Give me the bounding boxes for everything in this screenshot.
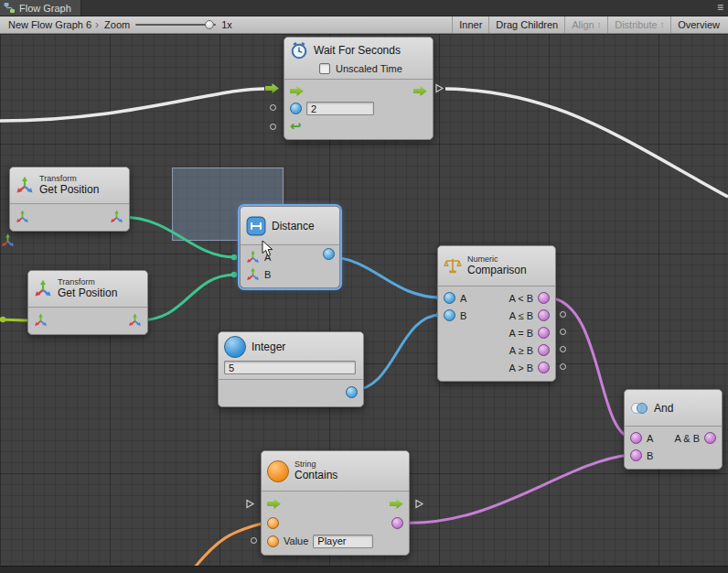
offscreen-transform-port[interactable] [1,233,15,247]
node-string-contains[interactable]: String Contains Value [261,450,410,556]
position-output-port[interactable] [128,313,142,327]
string-target-port[interactable] [267,517,279,529]
unscaled-time-checkbox[interactable] [319,63,330,74]
tab-flow-graph[interactable]: Flow Graph [0,0,81,16]
flow-graph-icon [4,2,16,14]
transform-input-port[interactable] [16,210,29,223]
overview-button[interactable]: Overview [670,16,726,33]
toolbar-right-buttons: Inner Drag Children Align ↕ Distribute ↕… [452,16,726,33]
seconds-input[interactable] [306,102,374,115]
flow-in-port[interactable] [290,86,304,96]
a-lt-b-port[interactable] [538,292,550,304]
wire-dot [0,317,5,322]
node-distance[interactable]: Distance A B [240,206,340,288]
unscaled-time-label: Unscaled Time [336,63,402,74]
node-get-position-2[interactable]: Transform Get Position [27,270,148,335]
align-label: Align [572,19,594,30]
flow-out-port[interactable] [390,499,403,509]
vector-wire-2 [139,275,236,320]
distribute-dropdown-icon: ↕ [660,20,665,29]
contains-result-port[interactable] [391,517,403,529]
node-title: Get Position [39,184,99,196]
node-title: Integer [252,341,285,353]
output-label: A > B [509,362,533,373]
align-button[interactable]: Align ↕ [564,16,607,33]
wire-dot [231,254,237,260]
a-gt-b-port[interactable] [538,362,550,373]
seconds-port[interactable] [290,103,302,114]
number-wire-integer [353,315,441,390]
drag-children-button[interactable]: Drag Children [488,16,564,33]
output-label: A ≤ B [509,310,533,321]
wire-dot [231,272,237,277]
value-port[interactable] [267,535,279,547]
graph-canvas[interactable]: Wait For Seconds Unscaled Time ↩ [0,34,728,566]
loop-back-icon[interactable]: ↩ [290,120,302,132]
align-dropdown-icon: ↕ [597,20,602,29]
ext-flow-out-triangle [414,499,424,509]
distribute-button[interactable]: Distribute ↕ [607,16,670,33]
number-wire-distance [329,257,441,297]
vector-a-port[interactable] [246,250,260,264]
integer-output-port[interactable] [346,386,358,398]
node-integer[interactable]: Integer [218,331,364,407]
ext-unconnected-port [560,363,566,370]
zoom-slider-thumb[interactable] [205,20,214,29]
zoom-value: 1x [218,19,236,30]
zoom-label: Zoom [101,19,134,30]
clock-icon [290,41,308,59]
and-output-port[interactable] [704,432,716,444]
a-gte-b-port[interactable] [538,344,550,356]
graph-toolbar: New Flow Graph 6 › Zoom 1x Inner Drag Ch… [0,16,728,34]
node-title: And [654,402,673,415]
mouse-cursor [262,240,274,257]
flow-out-port[interactable] [413,86,427,96]
vector-b-port[interactable] [246,267,260,281]
flow-in-port[interactable] [267,499,281,509]
ext-unconnected-port [270,124,276,130]
titlebar: Flow Graph ≡ [0,0,728,16]
input-a-label: A [647,433,653,444]
a-lte-b-port[interactable] [538,309,550,321]
node-and[interactable]: And A A & B B [624,389,723,470]
node-get-position-1[interactable]: Transform Get Position [9,167,130,232]
node-title: Comparison [467,265,527,276]
distribute-label: Distribute [615,19,657,30]
ext-unconnected-port [251,537,257,544]
value-input[interactable] [313,535,373,548]
node-title: Contains [294,470,337,481]
position-output-port[interactable] [110,210,123,223]
input-a-label: A [460,293,466,304]
output-label: A = B [509,328,533,339]
bool-wire-contains [399,455,629,523]
string-icon [267,460,289,482]
zoom-slider-track [135,24,216,26]
breadcrumb-chevron-icon: › [95,18,99,31]
integer-icon [224,336,246,358]
node-title: Wait For Seconds [314,44,401,57]
inner-button[interactable]: Inner [452,16,488,33]
transform-gizmo-icon [34,279,52,297]
and-a-port[interactable] [630,432,642,444]
comparison-a-port[interactable] [444,292,455,304]
zoom-slider[interactable] [135,19,216,30]
node-wait-for-seconds[interactable]: Wait For Seconds Unscaled Time ↩ [284,37,434,140]
window-menu-icon[interactable]: ≡ [717,1,723,14]
breadcrumb[interactable]: New Flow Graph 6 [2,16,98,33]
input-b-label: B [460,310,466,321]
scales-icon [444,256,462,275]
distance-output-port[interactable] [323,248,335,260]
ext-flow-in-arrow[interactable] [265,83,279,93]
integer-value-input[interactable] [224,361,356,374]
ext-flow-in-triangle [245,499,255,509]
transform-input-port[interactable] [34,313,48,327]
transform-gizmo-icon [16,176,34,194]
and-b-port[interactable] [630,449,642,461]
output-label: A < B [509,293,533,304]
venn-icon [630,399,648,417]
node-numeric-comparison[interactable]: Numeric Comparison A A < B B A ≤ B [437,245,556,382]
node-title: Distance [272,220,315,232]
a-eq-b-port[interactable] [538,327,550,339]
comparison-b-port[interactable] [444,309,455,321]
distance-icon [246,216,266,236]
